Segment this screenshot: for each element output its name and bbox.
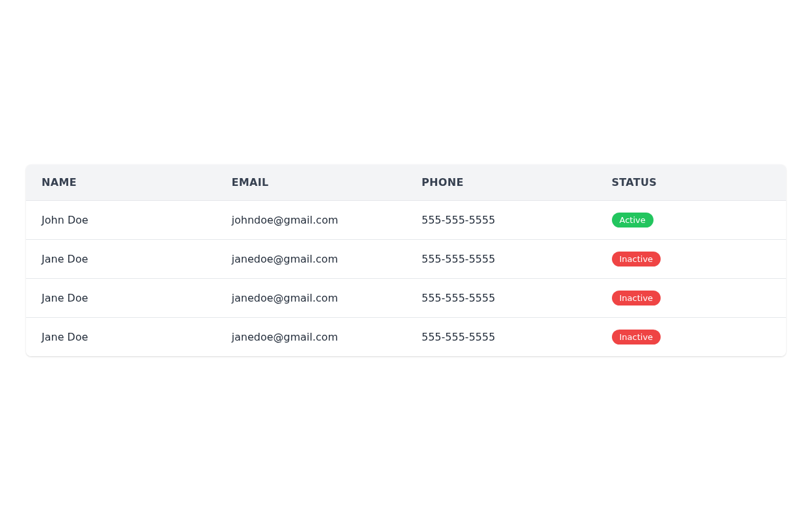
column-header-status[interactable]: STATUS: [596, 164, 787, 201]
cell-status: Inactive: [596, 239, 787, 278]
users-table-container: NAME EMAIL PHONE STATUS John Doe johndoe…: [26, 164, 786, 356]
cell-name: Jane Doe: [26, 278, 216, 317]
table-header: NAME EMAIL PHONE STATUS: [26, 164, 786, 201]
table-body: John Doe johndoe@gmail.com 555-555-5555 …: [26, 200, 786, 356]
table-header-row: NAME EMAIL PHONE STATUS: [26, 164, 786, 201]
cell-phone: 555-555-5555: [406, 278, 596, 317]
cell-phone: 555-555-5555: [406, 317, 596, 356]
cell-name: John Doe: [26, 200, 216, 239]
cell-name: Jane Doe: [26, 317, 216, 356]
cell-status: Active: [596, 200, 787, 239]
status-badge: Inactive: [612, 330, 661, 344]
cell-status: Inactive: [596, 317, 787, 356]
column-header-name[interactable]: NAME: [26, 164, 216, 201]
users-table: NAME EMAIL PHONE STATUS John Doe johndoe…: [26, 164, 786, 356]
table-row[interactable]: John Doe johndoe@gmail.com 555-555-5555 …: [26, 200, 786, 239]
cell-name: Jane Doe: [26, 239, 216, 278]
cell-email: janedoe@gmail.com: [216, 239, 407, 278]
table-row[interactable]: Jane Doe janedoe@gmail.com 555-555-5555 …: [26, 278, 786, 317]
status-badge: Inactive: [612, 252, 661, 266]
column-header-phone[interactable]: PHONE: [406, 164, 596, 201]
cell-email: johndoe@gmail.com: [216, 200, 407, 239]
table-row[interactable]: Jane Doe janedoe@gmail.com 555-555-5555 …: [26, 239, 786, 278]
cell-phone: 555-555-5555: [406, 239, 596, 278]
cell-email: janedoe@gmail.com: [216, 317, 407, 356]
cell-phone: 555-555-5555: [406, 200, 596, 239]
cell-email: janedoe@gmail.com: [216, 278, 407, 317]
cell-status: Inactive: [596, 278, 787, 317]
status-badge: Inactive: [612, 291, 661, 306]
column-header-email[interactable]: EMAIL: [216, 164, 407, 201]
status-badge: Active: [612, 213, 653, 228]
table-row[interactable]: Jane Doe janedoe@gmail.com 555-555-5555 …: [26, 317, 786, 356]
